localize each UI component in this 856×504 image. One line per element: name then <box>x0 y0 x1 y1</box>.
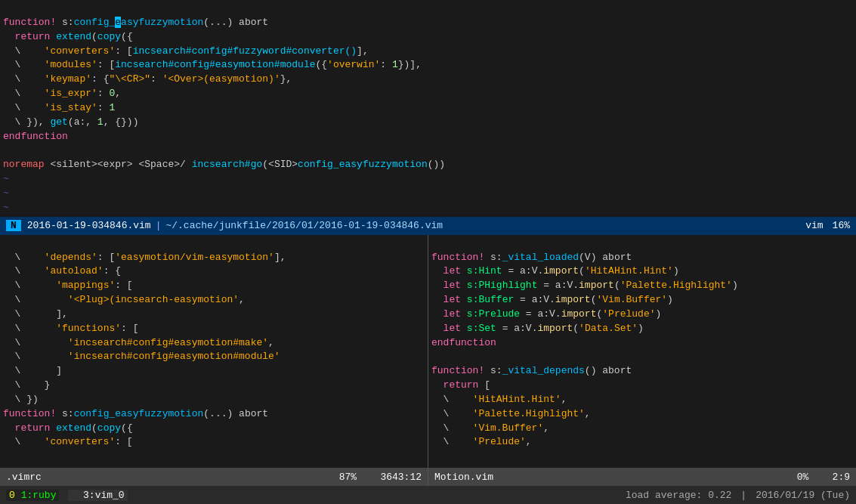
editor: function! s:config_easyfuzzymotion(...) … <box>0 0 856 504</box>
tab-1-num <box>71 490 77 501</box>
left-filename: 2016-01-19-034846.vim <box>27 220 151 231</box>
statusbar-right-info: vim 16% <box>805 220 850 231</box>
tab-0[interactable]: 0 1:ruby <box>6 490 59 501</box>
right-statusbar: Motion.vim 0% 2:9 <box>428 468 856 486</box>
left-position: 3643:12 <box>380 472 422 483</box>
left-percent: 87% <box>339 472 357 483</box>
left-status-file: .vimrc <box>6 472 42 483</box>
vim-mode: N <box>6 220 21 231</box>
tab-0-num: 0 <box>9 490 15 501</box>
top-code-area: function! s:config_easyfuzzymotion(...) … <box>0 0 856 217</box>
fn-sig: s:config_easyfuzzymotion(...) abort <box>62 17 268 28</box>
date: 2016/01/19 (Tue) <box>756 490 850 501</box>
tabbar: 0 1:ruby 3:vim_0 load average: 0.22 | 20… <box>0 486 856 504</box>
right-code-area[interactable]: function! s:_vital_loaded(V) abort let s… <box>428 235 856 452</box>
tab-1-label: 3:vim_0 <box>83 490 125 501</box>
load-average: load average: 0.22 <box>626 490 731 501</box>
right-status-right: 0% 2:9 <box>797 472 850 483</box>
right-pane: function! s:_vital_loaded(V) abort let s… <box>428 235 856 468</box>
left-status-right: 87% 3643:12 <box>339 472 422 483</box>
left-statusbar: .vimrc 87% 3643:12 <box>0 468 428 486</box>
left-code-area[interactable]: \ 'depends': ['easymotion/vim-easymotion… <box>0 235 428 452</box>
statusbars: .vimrc 87% 3643:12 Motion.vim 0% 2:9 <box>0 468 856 486</box>
top-statusbar: N 2016-01-19-034846.vim | ~/.cache/junkf… <box>0 217 856 235</box>
left-pane: \ 'depends': ['easymotion/vim-easymotion… <box>0 235 428 468</box>
keyword-function: function <box>3 17 50 28</box>
percent-label: 16% <box>833 220 850 231</box>
sep: | <box>156 220 162 231</box>
top-pane: function! s:config_easyfuzzymotion(...) … <box>0 0 856 217</box>
right-percent: 0% <box>797 472 809 483</box>
vim-mode-label: vim <box>805 220 823 231</box>
tab-0-label: 1:ruby <box>21 490 57 501</box>
right-position: 2:9 <box>833 472 850 483</box>
left-path: ~/.cache/junkfile/2016/01/2016-01-19-034… <box>165 220 443 231</box>
date-label: | <box>740 490 746 501</box>
tab-1[interactable]: 3:vim_0 <box>68 490 127 501</box>
right-status-file: Motion.vim <box>434 472 493 483</box>
split-area: \ 'depends': ['easymotion/vim-easymotion… <box>0 235 856 468</box>
